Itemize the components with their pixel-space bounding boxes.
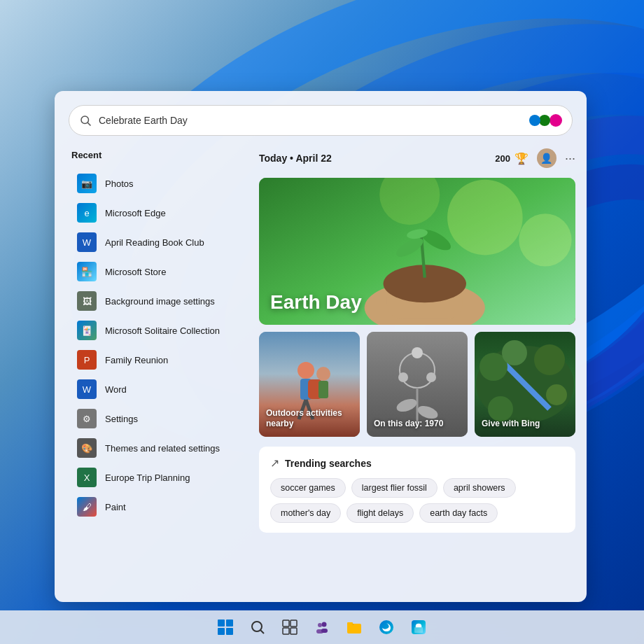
svg-point-41 bbox=[488, 396, 513, 421]
hero-title: Earth Day bbox=[270, 291, 362, 314]
svg-line-47 bbox=[260, 630, 264, 634]
taskbar-edge-button[interactable] bbox=[372, 613, 400, 641]
svg-rect-49 bbox=[290, 620, 297, 626]
svg-rect-60 bbox=[414, 627, 423, 633]
europe-app-name: Europe Trip Planning bbox=[105, 472, 190, 483]
recent-item-word[interactable]: WWord bbox=[71, 374, 239, 404]
search-icons-right bbox=[529, 114, 562, 127]
trending-tag-2[interactable]: april showers bbox=[443, 478, 516, 498]
date-right: 200 🏆 👤 ··· bbox=[495, 148, 575, 168]
bgimage-app-name: Background image settings bbox=[105, 296, 215, 307]
recent-item-photos[interactable]: 📷Photos bbox=[71, 169, 239, 198]
taskbar-store-button[interactable] bbox=[405, 613, 433, 641]
recent-item-edge[interactable]: eMicrosoft Edge bbox=[71, 198, 239, 227]
user-avatar[interactable]: 👤 bbox=[537, 148, 556, 168]
svg-point-52 bbox=[322, 622, 327, 627]
main-content: Recent 📷PhotoseMicrosoft EdgeWApril Read… bbox=[55, 147, 587, 602]
sub-card-onthisday[interactable]: On this day: 1970 bbox=[367, 332, 468, 437]
svg-point-6 bbox=[81, 116, 89, 124]
sub-card-givewithbing[interactable]: Give with Bing bbox=[475, 332, 575, 437]
store-app-name: Microsoft Store bbox=[105, 267, 166, 277]
date-text: Today • April 22 bbox=[259, 153, 332, 164]
photos-app-name: Photos bbox=[105, 178, 133, 189]
solitaire-app-icon: 🃏 bbox=[77, 321, 97, 340]
themes-app-icon: 🎨 bbox=[77, 438, 97, 458]
sub-cards: Outdoors activities nearby bbox=[259, 332, 575, 437]
svg-point-40 bbox=[546, 384, 567, 405]
recent-item-bookclub[interactable]: WApril Reading Book Club bbox=[71, 227, 239, 257]
bing-icon bbox=[529, 114, 562, 127]
recent-item-settings[interactable]: ⚙Settings bbox=[71, 404, 239, 433]
recent-item-europe[interactable]: XEurope Trip Planning bbox=[71, 463, 239, 492]
edge-app-icon: e bbox=[77, 203, 97, 223]
recent-list: 📷PhotoseMicrosoft EdgeWApril Reading Boo… bbox=[71, 169, 239, 522]
more-button[interactable]: ··· bbox=[565, 151, 575, 166]
excel-app-icon: X bbox=[77, 468, 97, 487]
trending-tag-5[interactable]: earth day facts bbox=[419, 503, 498, 523]
svg-rect-44 bbox=[218, 628, 225, 635]
today-label: Today bbox=[259, 153, 287, 164]
ppt-app-icon: P bbox=[77, 350, 97, 370]
word-app-name: Word bbox=[105, 384, 127, 395]
left-panel: Recent 📷PhotoseMicrosoft EdgeWApril Read… bbox=[55, 147, 251, 602]
svg-point-30 bbox=[398, 372, 408, 382]
bg-app-icon: 🖼 bbox=[77, 291, 97, 311]
store-app-icon: 🏪 bbox=[77, 262, 97, 281]
recent-item-bgimage[interactable]: 🖼Background image settings bbox=[71, 286, 239, 316]
taskbar bbox=[0, 610, 644, 644]
recent-item-themes[interactable]: 🎨Themes and related settings bbox=[71, 433, 239, 463]
taskbar-taskview-button[interactable] bbox=[276, 613, 304, 641]
search-bar[interactable]: Celebrate Earth Day bbox=[69, 105, 573, 136]
taskbar-teams-button[interactable] bbox=[308, 613, 336, 641]
recent-item-paint[interactable]: 🖌Paint bbox=[71, 492, 239, 522]
trending-tag-1[interactable]: largest flier fossil bbox=[351, 478, 438, 498]
svg-point-46 bbox=[252, 622, 262, 631]
svg-rect-56 bbox=[347, 624, 361, 634]
trending-title: Trending searches bbox=[285, 458, 372, 469]
svg-point-9 bbox=[447, 180, 523, 255]
taskbar-fileexplorer-button[interactable] bbox=[340, 613, 368, 641]
date-header: Today • April 22 200 🏆 👤 ··· bbox=[259, 147, 575, 169]
trending-tag-3[interactable]: mother's day bbox=[270, 503, 341, 523]
svg-rect-48 bbox=[283, 620, 289, 626]
recent-section-title: Recent bbox=[71, 147, 239, 163]
onthisday-label: On this day: 1970 bbox=[374, 419, 461, 430]
svg-rect-50 bbox=[283, 628, 289, 634]
date-value: April 22 bbox=[295, 153, 331, 164]
recent-item-family[interactable]: PFamily Reunion bbox=[71, 345, 239, 374]
right-panel: Today • April 22 200 🏆 👤 ··· bbox=[251, 147, 587, 602]
search-input-display[interactable]: Celebrate Earth Day bbox=[99, 115, 529, 126]
svg-point-58 bbox=[379, 620, 393, 634]
paint-app-name: Paint bbox=[105, 502, 126, 512]
svg-point-29 bbox=[412, 347, 423, 358]
trending-tag-0[interactable]: soccer games bbox=[270, 478, 346, 498]
svg-line-7 bbox=[88, 122, 90, 125]
solitaire-app-name: Microsoft Solitaire Collection bbox=[105, 326, 220, 336]
givewithbing-label: Give with Bing bbox=[482, 419, 568, 430]
trending-tag-4[interactable]: flight delays bbox=[346, 503, 414, 523]
svg-point-31 bbox=[426, 372, 436, 382]
search-icon bbox=[79, 114, 92, 127]
hero-card[interactable]: Earth Day bbox=[259, 178, 575, 325]
settings-app-icon: ⚙ bbox=[77, 409, 97, 428]
themes-app-name: Themes and related settings bbox=[105, 443, 220, 454]
svg-rect-26 bbox=[318, 381, 328, 398]
edge-app-name: Microsoft Edge bbox=[105, 208, 166, 218]
svg-point-38 bbox=[502, 340, 527, 365]
points-badge: 200 🏆 bbox=[495, 152, 528, 165]
recent-item-solitaire[interactable]: 🃏Microsoft Solitaire Collection bbox=[71, 316, 239, 345]
recent-item-store[interactable]: 🏪Microsoft Store bbox=[71, 257, 239, 286]
taskbar-start-button[interactable] bbox=[211, 613, 239, 641]
trending-arrow-icon: ↗ bbox=[270, 456, 279, 470]
trophy-icon: 🏆 bbox=[514, 152, 528, 165]
svg-rect-55 bbox=[321, 629, 328, 633]
sub-card-outdoors[interactable]: Outdoors activities nearby bbox=[259, 332, 360, 437]
points-value: 200 bbox=[495, 153, 510, 164]
trending-section: ↗ Trending searches soccer gameslargest … bbox=[259, 447, 575, 533]
taskbar-search-button[interactable] bbox=[244, 613, 272, 641]
trending-header: ↗ Trending searches bbox=[270, 456, 564, 470]
start-menu: Celebrate Earth Day Recent 📷PhotoseMicro… bbox=[55, 91, 587, 602]
paint-app-icon: 🖌 bbox=[77, 497, 97, 517]
svg-point-25 bbox=[316, 367, 330, 381]
svg-rect-43 bbox=[226, 620, 233, 626]
